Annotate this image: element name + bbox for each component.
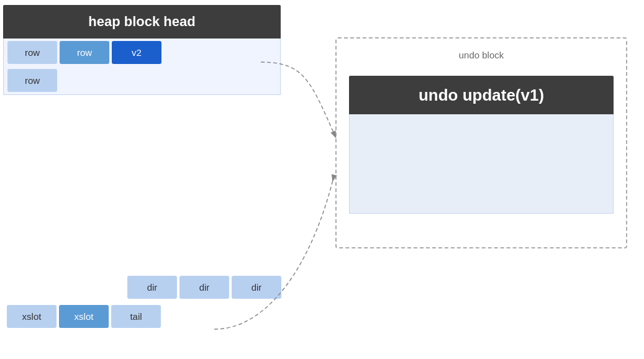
heap-block: heap block head row row v2 row bbox=[3, 5, 281, 95]
undo-block-label: undo block bbox=[459, 50, 504, 60]
tail-cell: tail bbox=[111, 305, 161, 328]
dir-cell-2: dir bbox=[179, 276, 229, 299]
dir-row: dir dir dir bbox=[3, 273, 281, 301]
heap-bottom: dir dir dir xslot xslot tail bbox=[3, 273, 281, 330]
dir-cell-3: dir bbox=[232, 276, 281, 299]
row-line-2: row bbox=[4, 66, 280, 94]
row-cell-3: row bbox=[7, 69, 57, 92]
xslot-cell-2: xslot bbox=[59, 305, 109, 328]
heap-block-rows: row row v2 row bbox=[3, 39, 281, 95]
undo-block: undo block undo update(v1) bbox=[335, 37, 627, 248]
undo-block-header: undo update(v1) bbox=[349, 76, 614, 115]
xslot-cell-1: xslot bbox=[7, 305, 57, 328]
heap-block-header: heap block head bbox=[3, 5, 281, 39]
row-cell-v2: v2 bbox=[112, 41, 161, 64]
row-line-1: row row v2 bbox=[4, 39, 280, 66]
xslot-row: xslot xslot tail bbox=[3, 302, 281, 330]
dir-cell-1: dir bbox=[127, 276, 177, 299]
row-cell-1: row bbox=[7, 41, 57, 64]
row-cell-2: row bbox=[60, 41, 109, 64]
undo-block-body bbox=[349, 114, 614, 214]
